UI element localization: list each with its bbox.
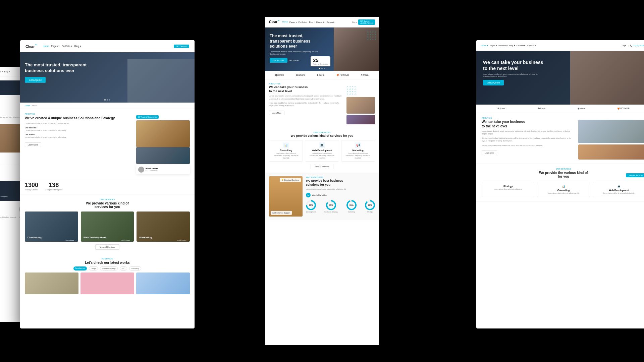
right-about-body3: Sed ut perspiciatis unde omnis iste natu… — [482, 144, 574, 147]
left-person-avatar — [138, 167, 144, 173]
right-nav-contact[interactable]: Contact ▾ — [527, 44, 535, 47]
main-about-body2: It is a long established fact that a rea… — [269, 102, 343, 107]
right-service-consulting-icon: 📊 — [539, 185, 587, 188]
main-about-img-large — [346, 97, 375, 114]
left-breadcrumb: Home / About — [20, 103, 195, 109]
left-about-img-small — [136, 147, 190, 164]
right-navbar-right: Eng ▾ | 📞 +1-(234)-7023402 — [622, 45, 644, 47]
left-about-text: ABOUT US We've created a unique business… — [25, 113, 131, 174]
main-about-cols: We can take your businessto the next lev… — [269, 85, 375, 124]
right-hero: We can take your businessto the next lev… — [476, 51, 644, 105]
main-service-marketing-name: Marketing — [343, 149, 373, 152]
left-dot-3[interactable] — [109, 99, 110, 101]
left-exp-badge: 10 Years of Experience — [136, 115, 159, 119]
left-dot-1[interactable] — [104, 99, 106, 101]
right-service-webdev-name: Web Development — [595, 189, 643, 191]
left-about-images: 10 Years of Experience Wood Bloom CEO & … — [136, 113, 190, 174]
main-nav-links: Home Pages ▾ Portfolio ▾ Blog ▾ Element … — [282, 21, 335, 23]
left-service-marketing: Marketing Read More → — [137, 212, 190, 242]
main-services: Our Services We provide various kind of … — [265, 128, 379, 173]
right-hero-btn[interactable]: Get A Quote — [483, 80, 504, 85]
main-circle-design-label: Design — [365, 211, 375, 213]
right-nav-home[interactable]: Home ▾ — [481, 44, 488, 47]
left-clients-number: 1300 — [25, 182, 38, 189]
right-view-all-services[interactable]: View All Services — [626, 173, 644, 177]
left-breadcrumb-home[interactable]: Home — [25, 105, 30, 107]
left-about: ABOUT US We've created a unique business… — [20, 109, 195, 178]
right-service-webdev-icon: 💻 — [595, 185, 643, 188]
right-nav-pages[interactable]: Pages ▾ — [490, 44, 497, 47]
main-ring-dev-inner: 75% — [307, 201, 315, 209]
right-nav-element[interactable]: Element ▾ — [517, 44, 526, 47]
main-eng[interactable]: Eng ▾ — [353, 21, 357, 23]
main-circle-dev-label: Development — [306, 211, 316, 213]
left-services: OUR SERVICES We provide various kind ofs… — [20, 194, 195, 254]
left-portfolio-item-1 — [25, 273, 78, 294]
left-service-marketing-link[interactable]: Read More → — [177, 240, 188, 242]
left-mission-text: Lorem ipsum dolor sit amet consectetur a… — [25, 129, 131, 131]
main-view-all-btn[interactable]: View All Services — [311, 164, 333, 169]
main-nav-element[interactable]: Element ▾ — [316, 21, 325, 23]
left-nav-links: Home Pages ▾ Portfolio ▾ Blog ▾ — [43, 45, 81, 48]
main-about-right — [346, 85, 375, 124]
left-service-webdev-link[interactable]: Read More → — [121, 240, 132, 242]
main-dot-1[interactable] — [319, 68, 320, 69]
main-nav-pages[interactable]: Pages ▾ — [289, 21, 297, 23]
main-hero-quote-btn[interactable]: Get A Quote — [270, 58, 287, 63]
main-service-marketing-desc: Lorem ipsum dolor sit amet consectetur a… — [343, 152, 373, 159]
left-nav-blog[interactable]: Blog ▾ — [74, 45, 81, 48]
left-nav-pages[interactable]: Pages ▾ — [51, 45, 60, 48]
left-nav-portfolio[interactable]: Portfolio ▾ — [62, 45, 72, 48]
main-service-consulting-name: Consulting — [271, 149, 301, 152]
left-filter-strategy[interactable]: Business Strategy — [100, 266, 117, 270]
right-img-small — [578, 144, 644, 160]
right-service-consulting: 📊 Consulting Lorem ipsum dolor sit amet … — [537, 182, 590, 197]
left-filter-seo[interactable]: SEO — [120, 266, 127, 270]
left-stat-clients: 1300 Happy Clients — [25, 182, 38, 191]
main-ring-design-inner: 90% — [366, 201, 374, 209]
right-nav-blog[interactable]: Blog ▾ — [509, 44, 515, 47]
right-hero-text: We can take your businessto the next lev… — [483, 59, 543, 85]
main-dot-3[interactable] — [324, 68, 325, 69]
left-nav-home[interactable]: Home — [43, 45, 49, 48]
main-circle-marketing-label: Marketing — [346, 211, 357, 213]
main-dot-2[interactable] — [321, 68, 323, 69]
right-learn-more-btn[interactable]: Learn More — [482, 150, 497, 155]
left-portfolio-label: PORTFOLIO — [25, 258, 190, 260]
left-vision-label: Our Vision — [25, 133, 131, 135]
main-nav-home[interactable]: Home — [282, 21, 288, 23]
main-hero-dots-decor — [366, 30, 376, 40]
right-logos: ⊕ treva. ☘ treva. ◆ aven. 🦊 FOXHUB — [476, 105, 644, 113]
left-hero: The most trusted, transparent business s… — [20, 52, 195, 103]
right-hero-title: We can take your businessto the next lev… — [483, 59, 543, 71]
far-left-nav-portfolio[interactable]: Portfolio ▾ — [0, 70, 3, 73]
main-why: 💡 Creative Solutions 🎧 Customer Support … — [265, 173, 379, 220]
main-nav-blog[interactable]: Blog ▾ — [309, 21, 315, 23]
left-service-consulting-link[interactable]: Read More → — [66, 240, 76, 242]
left-filter-dev[interactable]: Development — [73, 266, 87, 270]
left-filter-consulting[interactable]: Consulting — [129, 266, 141, 270]
left-hero-cta-btn[interactable]: Get A Quote — [25, 77, 46, 83]
main-why-image: 💡 Creative Solutions 🎧 Customer Support — [269, 176, 303, 217]
right-about-body2: It is long established fact that a reade… — [482, 137, 574, 142]
left-support-btn[interactable]: 24/7 Support — [174, 45, 189, 48]
main-why-inner: 💡 Creative Solutions 🎧 Customer Support … — [269, 176, 375, 217]
main-hero-secondary-btn[interactable]: Get Started — [289, 59, 300, 61]
main-nav-contact[interactable]: Contact ▾ — [327, 21, 335, 23]
main-watch-video[interactable]: ▶ Watch Our Video — [306, 193, 375, 197]
main-nav-portfolio[interactable]: Portfolio ▾ — [299, 21, 308, 23]
main-hero-subtitle: Lorem ipsum dolor sit amet, consectetur … — [270, 51, 320, 56]
right-nav-portfolio[interactable]: Portfolio ▾ — [498, 44, 507, 47]
main-logos: ⬤ circle ◉ amara ◆ aven. 🦊 FOXHUB ☘ trev… — [265, 71, 379, 79]
left-dot-2[interactable] — [107, 99, 108, 101]
main-about-learn-more[interactable]: Learn More — [269, 111, 284, 115]
left-filter-design[interactable]: Design — [89, 266, 98, 270]
left-view-all-btn[interactable]: View All Services — [95, 244, 119, 250]
main-about-left: We can take your businessto the next lev… — [269, 85, 343, 124]
far-left-nav-blog[interactable]: Blog ▾ — [4, 70, 10, 73]
left-clients-label: Happy Clients — [25, 189, 38, 191]
right-eng[interactable]: Eng ▾ — [622, 45, 626, 47]
left-learn-more-btn[interactable]: Learn More — [25, 142, 41, 147]
main-circle-stats: 75% Development 85% Business Strategy 95… — [306, 200, 375, 213]
main-support[interactable]: 24/7 Support+1-(234)-7023402 — [358, 19, 375, 25]
